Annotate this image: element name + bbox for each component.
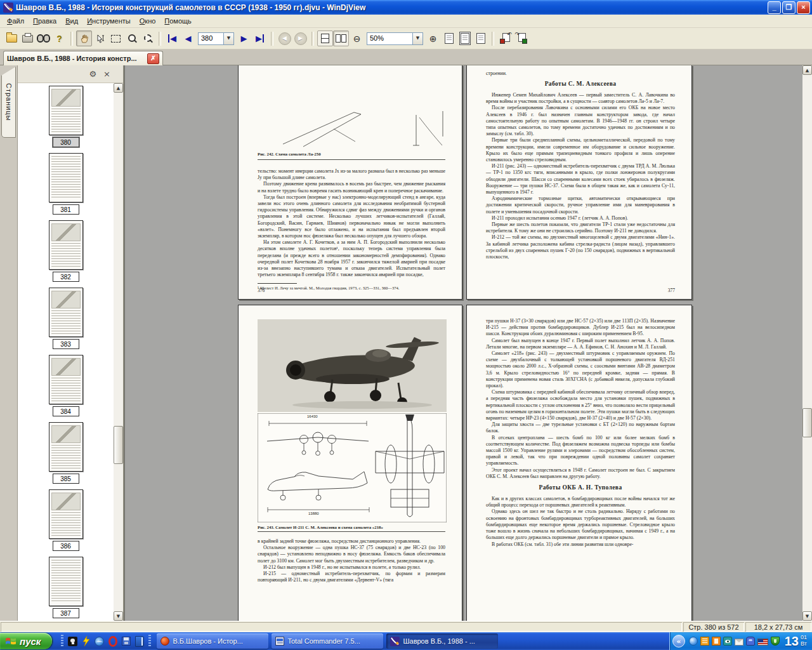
document-scroll-thumb[interactable] xyxy=(802,408,812,437)
thumbnail-image[interactable] xyxy=(49,86,83,135)
thumbnail-image[interactable] xyxy=(49,422,83,472)
eye-tray-icon[interactable] xyxy=(723,637,732,646)
scroll-up-icon[interactable]: ▲ xyxy=(802,65,812,75)
menu-tools[interactable]: Инструменты xyxy=(82,16,135,26)
tray-collapse-chevron[interactable]: « xyxy=(672,635,685,647)
previous-page-button[interactable]: ◀ xyxy=(180,30,196,46)
rect-select-tool-button[interactable] xyxy=(108,30,124,46)
single-page-layout-button[interactable] xyxy=(317,30,333,46)
quick-launch-notes[interactable] xyxy=(134,636,145,647)
zoom-combo-dropdown-button[interactable]: ▼ xyxy=(412,32,423,45)
page-number-input[interactable]: 380 xyxy=(198,32,223,45)
task-button-total-commander[interactable]: Total Commander 7.5... xyxy=(272,633,383,649)
quick-launch-download-manager[interactable] xyxy=(81,636,91,647)
next-page-button[interactable]: ▶ xyxy=(236,30,252,46)
menu-edit[interactable]: Правка xyxy=(29,16,61,26)
fit-page-button[interactable] xyxy=(457,30,473,46)
zoom-tool-button[interactable] xyxy=(124,30,140,46)
rotate-left-button[interactable]: ↶ xyxy=(497,30,513,46)
gear-icon[interactable]: ⚙ xyxy=(89,70,96,78)
minimize-button[interactable]: _ xyxy=(768,1,781,14)
sidebar-scrollbar[interactable]: ▲ ▼ xyxy=(114,83,123,621)
zoom-level-input[interactable]: 50% xyxy=(367,32,412,45)
actual-size-button[interactable] xyxy=(473,30,488,46)
quick-launch-browser[interactable] xyxy=(94,636,105,647)
help-button[interactable]: ? xyxy=(51,30,67,46)
history-back-button[interactable]: ◀ xyxy=(277,30,292,46)
thumbnail-page-number[interactable]: 381 xyxy=(53,204,79,215)
connection-tray-icon[interactable] xyxy=(746,637,755,646)
swirl-tray-icon[interactable] xyxy=(689,637,698,646)
document-tab[interactable]: Шавров В.Б., 1988 - История констр... ✗ xyxy=(3,51,163,65)
facing-pages-layout-button[interactable] xyxy=(333,30,349,46)
thumbnail-page-number[interactable]: 387 xyxy=(53,608,79,618)
thumbnail-image[interactable] xyxy=(49,557,83,606)
thumbnail-image[interactable] xyxy=(49,288,83,337)
forward-icon: ▶ xyxy=(294,32,307,45)
thumbnail-page-number[interactable]: 386 xyxy=(53,541,79,551)
open-button[interactable] xyxy=(4,30,20,46)
menu-file[interactable]: Файл xyxy=(3,16,29,26)
mail-tray-icon[interactable] xyxy=(735,639,743,646)
search-button[interactable] xyxy=(36,30,51,46)
thumbnail-page-number[interactable]: 385 xyxy=(53,474,79,484)
page-number-combo[interactable]: 380 ▼ xyxy=(198,32,234,45)
rotate-right-button[interactable]: ↷ xyxy=(513,30,529,46)
menu-help[interactable]: Помощь xyxy=(160,16,196,26)
close-button[interactable]: × xyxy=(797,1,810,14)
task-button-windjview[interactable]: Шавров В.Б., 1988 - ... xyxy=(386,633,498,649)
panel-close-icon[interactable]: × xyxy=(103,70,110,78)
page-thumbnail-382[interactable]: 382 xyxy=(18,220,114,282)
page-thumbnail-383[interactable]: 383 xyxy=(18,288,114,349)
task-button-shavrov-doc[interactable]: В.Б.Шавров - Истор... xyxy=(157,633,268,649)
document-scrollbar[interactable]: ▲ ▼ xyxy=(802,65,812,621)
thumbnail-page-number[interactable]: 380 xyxy=(53,137,79,147)
page-thumbnail-385[interactable]: 385 xyxy=(18,422,114,484)
sidebar-scroll-thumb[interactable] xyxy=(114,426,123,464)
thumbnail-page-number[interactable]: 383 xyxy=(53,339,79,349)
menu-window[interactable]: Окно xyxy=(135,16,160,26)
scroll-up-icon[interactable]: ▲ xyxy=(114,83,123,93)
thumbnail-image[interactable] xyxy=(49,489,83,539)
page-combo-dropdown-button[interactable]: ▼ xyxy=(223,32,234,45)
zoom-level-combo[interactable]: 50% ▼ xyxy=(367,32,423,45)
select-tool-button[interactable] xyxy=(92,30,108,46)
print-button[interactable] xyxy=(20,30,36,46)
scroll-down-icon[interactable]: ▼ xyxy=(802,611,812,621)
quick-launch xyxy=(58,635,154,647)
start-button[interactable]: пуск xyxy=(0,633,52,649)
history-forward-button[interactable]: ▶ xyxy=(292,30,308,46)
tray-clock[interactable]: 13 01 Вт xyxy=(785,635,807,647)
zoom-rect-tool-button[interactable] xyxy=(140,30,155,46)
page-thumbnail-380[interactable]: 380 xyxy=(18,86,114,147)
first-page-button[interactable]: ◀ xyxy=(164,30,180,46)
thumbnail-page-number[interactable]: 384 xyxy=(53,406,79,416)
quick-launch-save-tool[interactable] xyxy=(121,636,131,647)
scroll-down-icon[interactable]: ▼ xyxy=(114,611,123,621)
zoom-in-button[interactable]: ⊕ xyxy=(425,30,441,46)
quick-launch-opera[interactable] xyxy=(107,636,118,647)
maximize-button[interactable]: ❐ xyxy=(782,1,796,14)
tab-close-button[interactable]: ✗ xyxy=(147,53,159,64)
us-flag-icon[interactable] xyxy=(757,639,768,646)
thumbnail-image[interactable] xyxy=(49,355,83,404)
zoom-out-button[interactable]: ⊖ xyxy=(349,30,365,46)
quick-launch-media-player[interactable] xyxy=(67,636,78,647)
menu-view[interactable]: Вид xyxy=(61,16,82,26)
quick-launch-grip[interactable] xyxy=(148,635,151,647)
sidebar-tab-pages[interactable]: Страницы xyxy=(1,67,16,138)
page-thumbnail-387[interactable]: 387 xyxy=(18,557,114,618)
page-thumbnail-386[interactable]: 386 xyxy=(18,489,114,551)
download-tray-icon[interactable] xyxy=(700,637,709,646)
thumbnail-page-number[interactable]: 382 xyxy=(53,272,79,282)
quick-launch-grip[interactable] xyxy=(61,635,63,647)
page-thumbnail-381[interactable]: 381 xyxy=(18,153,114,215)
download-tray-icon-2[interactable] xyxy=(712,637,721,646)
thumbnail-image[interactable] xyxy=(49,220,83,270)
page-thumbnail-384[interactable]: 384 xyxy=(18,355,114,416)
antivirus-shield-icon[interactable] xyxy=(771,637,780,646)
thumbnail-image[interactable] xyxy=(49,153,83,202)
fit-width-button[interactable] xyxy=(441,30,457,46)
pan-tool-button[interactable] xyxy=(76,30,92,46)
last-page-button[interactable]: ▶ xyxy=(252,30,268,46)
